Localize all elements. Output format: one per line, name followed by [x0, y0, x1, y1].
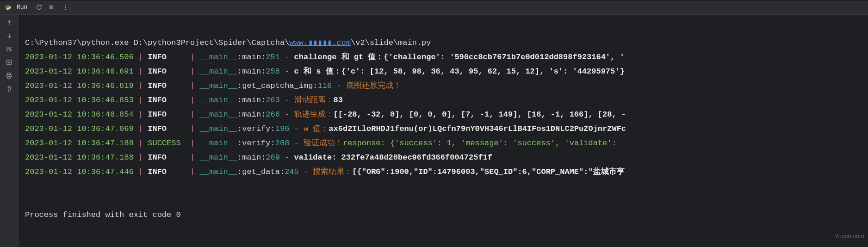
log-line: 2023-01-12 10:36:46.506 | INFO | __main_…	[25, 53, 625, 62]
exit-line: Process finished with exit code 0	[25, 210, 181, 219]
watermark: Yuucn.com	[835, 229, 864, 243]
svg-point-2	[65, 6, 66, 7]
log-line: 2023-01-12 10:36:46.819 | INFO | __main_…	[25, 81, 401, 90]
log-line: 2023-01-12 10:36:46.853 | INFO | __main_…	[25, 96, 343, 105]
python-icon	[5, 4, 11, 11]
console-output[interactable]: C:\Python37\python.exe D:\python3Project…	[19, 15, 868, 247]
print-icon[interactable]	[6, 72, 12, 79]
trash-icon[interactable]	[6, 86, 12, 92]
log-line: 2023-01-12 10:36:47.069 | INFO | __main_…	[25, 124, 626, 133]
run-titlebar: Run	[0, 0, 868, 15]
more-icon[interactable]	[62, 4, 69, 11]
url-link[interactable]: www.▮▮▮▮▮.com	[289, 38, 351, 47]
log-line: 2023-01-12 10:36:46.691 | INFO | __main_…	[25, 67, 625, 76]
cmd-line: C:\Python37\python.exe D:\python3Project…	[25, 38, 431, 47]
log-line: 2023-01-12 10:36:47.188 | SUCCESS | __ma…	[25, 139, 621, 148]
scroll-end-icon[interactable]	[6, 59, 12, 66]
main-area: C:\Python37\python.exe D:\python3Project…	[0, 15, 868, 247]
log-line: 2023-01-12 10:36:46.854 | INFO | __main_…	[25, 110, 626, 119]
rerun-icon[interactable]	[36, 4, 43, 11]
arrow-down-icon[interactable]	[6, 32, 12, 39]
svg-rect-0	[50, 5, 53, 9]
arrow-up-icon[interactable]	[6, 19, 12, 26]
stop-icon[interactable]	[48, 4, 54, 10]
log-line: 2023-01-12 10:36:47.446 | INFO | __main_…	[25, 167, 625, 176]
run-gutter	[0, 15, 19, 247]
svg-point-3	[65, 9, 66, 10]
log-line: 2023-01-12 10:36:47.188 | INFO | __main_…	[25, 153, 492, 162]
soft-wrap-icon[interactable]	[6, 45, 12, 52]
svg-point-1	[65, 5, 66, 6]
run-label: Run	[17, 4, 27, 11]
